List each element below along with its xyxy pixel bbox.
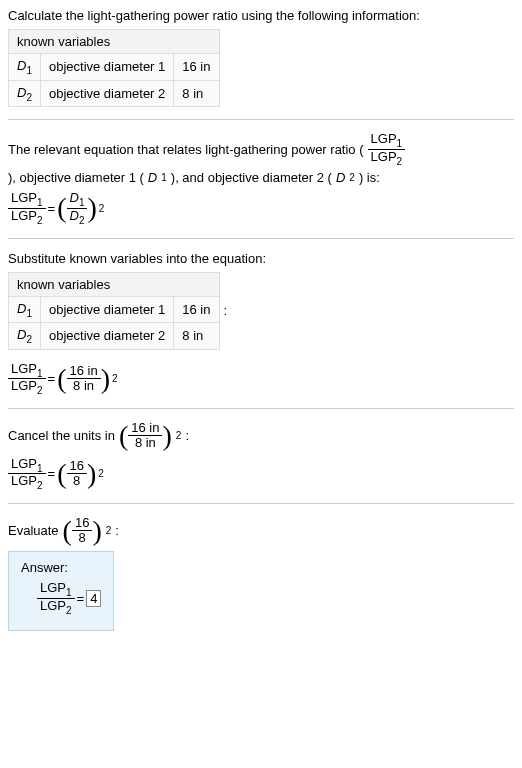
var-value: 16 in — [174, 296, 219, 323]
var-desc: objective diameter 2 — [40, 80, 173, 107]
step2-text: The relevant equation that relates light… — [8, 132, 514, 185]
equals: = — [48, 201, 56, 216]
var-symbol: D2 — [9, 80, 41, 107]
var-value: 8 in — [174, 323, 219, 350]
eq-lhs: LGP1 LGP2 — [8, 362, 46, 396]
var-value: 8 in — [174, 80, 219, 107]
equation: LGP1 LGP2 = ( D1 D2 ) 2 — [8, 191, 514, 225]
var-symbol: D1 — [9, 296, 41, 323]
step-1: Calculate the light-gathering power rati… — [8, 8, 514, 107]
equation: LGP1 LGP2 = ( 16 in 8 in ) 2 — [8, 362, 514, 396]
table-header: known variables — [9, 30, 220, 54]
divider — [8, 119, 514, 120]
var-desc: objective diameter 1 — [40, 296, 173, 323]
divider — [8, 503, 514, 504]
table-row: D2 objective diameter 2 8 in — [9, 80, 220, 107]
eq-rhs: ( 16 8 ) — [57, 459, 96, 489]
step5-text: Evaluate ( 16 8 ) 2 : — [8, 516, 514, 546]
eq-rhs: ( D1 D2 ) — [57, 191, 97, 225]
step-5: Evaluate ( 16 8 ) 2 : Answer: LGP1 LGP2 … — [8, 516, 514, 631]
equation: LGP1 LGP2 = ( 16 8 ) 2 — [8, 457, 514, 491]
table-row: D2 objective diameter 2 8 in — [9, 323, 220, 350]
step3-intro: Substitute known variables into the equa… — [8, 251, 514, 266]
divider — [8, 408, 514, 409]
known-variables-table-2: known variables D1 objective diameter 1 … — [8, 272, 220, 350]
equals: = — [77, 591, 85, 606]
table-row: D1 objective diameter 1 16 in — [9, 54, 220, 81]
colon: : — [224, 303, 228, 318]
step-4: Cancel the units in ( 16 in 8 in ) 2 : L… — [8, 421, 514, 491]
divider — [8, 238, 514, 239]
eq-lhs: LGP1 LGP2 — [8, 457, 46, 491]
answer-equation: LGP1 LGP2 = 4 — [37, 581, 101, 615]
eq-lhs: LGP1 LGP2 — [8, 191, 46, 225]
step4-text: Cancel the units in ( 16 in 8 in ) 2 : — [8, 421, 514, 451]
var-symbol: D2 — [9, 323, 41, 350]
eq-lhs: LGP1 LGP2 — [37, 581, 75, 615]
var-desc: objective diameter 2 — [40, 323, 173, 350]
table-header: known variables — [9, 272, 220, 296]
equals: = — [48, 466, 56, 481]
var-desc: objective diameter 1 — [40, 54, 173, 81]
known-variables-table-1: known variables D1 objective diameter 1 … — [8, 29, 220, 107]
answer-label: Answer: — [21, 560, 101, 575]
var-symbol: D1 — [9, 54, 41, 81]
lgp-ratio: LGP1 LGP2 — [368, 132, 406, 166]
step-3: Substitute known variables into the equa… — [8, 251, 514, 396]
eq-rhs: ( 16 in 8 in ) — [57, 364, 110, 394]
answer-value: 4 — [86, 590, 101, 607]
equals: = — [48, 371, 56, 386]
step1-intro: Calculate the light-gathering power rati… — [8, 8, 514, 23]
var-value: 16 in — [174, 54, 219, 81]
table-row: D1 objective diameter 1 16 in — [9, 296, 220, 323]
step-2: The relevant equation that relates light… — [8, 132, 514, 225]
answer-box: Answer: LGP1 LGP2 = 4 — [8, 551, 114, 630]
